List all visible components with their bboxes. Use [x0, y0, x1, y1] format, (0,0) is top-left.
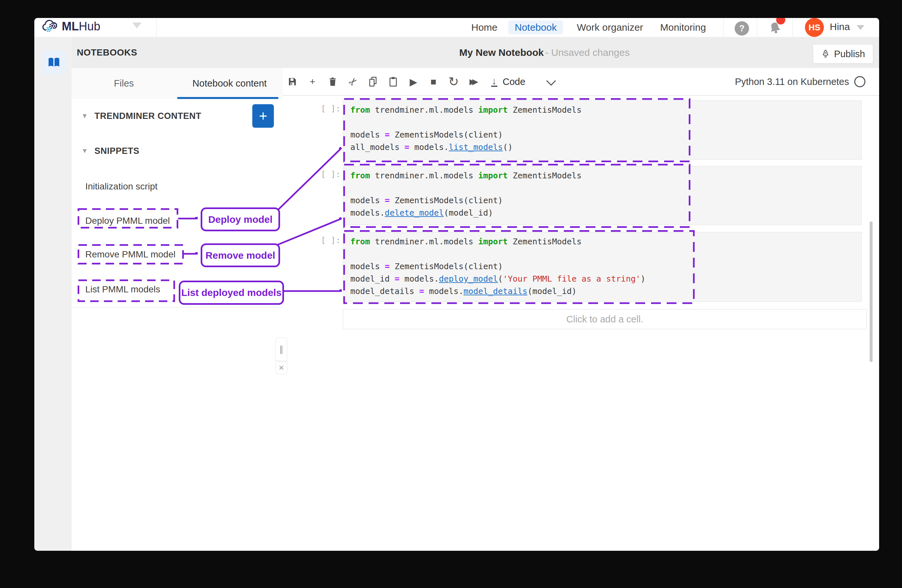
download-button[interactable]: ↓ [485, 68, 503, 95]
divider [757, 18, 757, 37]
add-cell-button[interactable]: + [303, 68, 322, 95]
cell-type-value: Code [503, 77, 525, 87]
section-label: TRENDMINER CONTENT [94, 111, 201, 121]
app-window: MLHub Home Notebook Work organizer Monit… [34, 18, 879, 551]
book-icon [47, 56, 61, 69]
notebook-title-text: My New Notebook [459, 47, 543, 58]
clipboard-icon [388, 77, 398, 87]
panel-title: NOTEBOOKS [77, 37, 137, 68]
snippet-label: Remove PMML model [85, 249, 175, 260]
nav-item-notebook[interactable]: Notebook [508, 20, 563, 34]
code-cell-3[interactable]: from trendminer.ml.models import Zementi… [343, 232, 862, 302]
kernel-name: Python 3.11 on Kubernetes [735, 77, 849, 87]
code-cell-1[interactable]: from trendminer.ml.models import Zementi… [343, 100, 862, 160]
avatar[interactable]: HS [805, 18, 824, 37]
run-cell-button[interactable]: ▶ [404, 68, 423, 95]
save-icon [287, 77, 297, 86]
notebooks-rail-button[interactable] [42, 51, 66, 74]
notebook-status-text: - Unsaved changes [545, 47, 630, 58]
annotation-callout-remove-model: Remove model [200, 243, 280, 267]
code-content: from trendminer.ml.models import Zementi… [343, 232, 861, 297]
scissors-icon: ✂ [345, 74, 360, 89]
notebook-main: + ✂ ▶ [283, 68, 879, 551]
code-content: from trendminer.ml.models import Zementi… [343, 101, 861, 153]
divider [156, 18, 157, 37]
add-cell-placeholder[interactable]: Click to add a cell. [343, 309, 867, 329]
user-name[interactable]: Hina [830, 21, 850, 32]
vertical-scrollbar[interactable] [870, 222, 872, 362]
sidebar-resize-handle[interactable]: ∥ [276, 338, 287, 361]
section-trendminer-content[interactable]: ▾ TRENDMINER CONTENT + [72, 99, 283, 133]
mlhub-logo[interactable]: MLHub [42, 19, 100, 34]
trash-icon [328, 77, 337, 86]
sidebar-close-button[interactable]: × [276, 361, 287, 374]
sidebar-tabs: Files Notebook content [72, 68, 283, 99]
tab-notebook-content[interactable]: Notebook content [176, 68, 283, 99]
notifications-icon[interactable] [766, 19, 785, 38]
collapse-caret-icon[interactable]: ▾ [83, 146, 87, 155]
notebook-title: My New Notebook - Unsaved changes [459, 37, 630, 68]
section-snippets[interactable]: ▾ SNIPPETS [72, 133, 283, 169]
snippet-label: Initialization script [85, 181, 158, 192]
annotation-callout-deploy-model: Deploy model [200, 208, 280, 231]
download-icon: ↓ [491, 77, 497, 87]
copy-icon [368, 77, 378, 87]
notebook-toolbar: + ✂ ▶ [283, 68, 879, 96]
brand-collapse-caret-icon[interactable] [132, 22, 141, 28]
save-button[interactable] [283, 68, 301, 95]
snippet-label: Deploy PMML model [85, 216, 170, 226]
left-rail [34, 37, 72, 551]
nav-item-work-organizer[interactable]: Work organizer [577, 20, 643, 34]
divider [723, 18, 723, 37]
fast-forward-icon: ▶▶ [470, 77, 478, 86]
chevron-down-icon [547, 76, 556, 86]
cut-cells-button[interactable]: ✂ [344, 68, 362, 95]
collapse-caret-icon[interactable]: ▾ [83, 111, 87, 120]
tab-files[interactable]: Files [72, 68, 176, 99]
snippet-label: List PMML models [85, 284, 160, 295]
code-cell-2[interactable]: from trendminer.ml.models import Zementi… [343, 166, 862, 225]
publish-button[interactable]: Publish [813, 44, 873, 64]
cell-prompt: [ ]: [316, 104, 341, 113]
kernel-status-icon [854, 76, 865, 87]
cell-type-dropdown[interactable]: Code [503, 68, 554, 95]
help-icon[interactable]: ? [734, 21, 749, 36]
add-content-button[interactable]: + [252, 104, 274, 128]
brand-text: MLHub [62, 20, 100, 33]
annotation-callout-list-deployed-models: List deployed models [179, 281, 284, 305]
user-menu-caret-icon[interactable] [857, 25, 864, 30]
delete-cell-button[interactable] [324, 68, 342, 95]
kernel-indicator[interactable]: Python 3.11 on Kubernetes [735, 68, 865, 95]
nav-item-home[interactable]: Home [471, 20, 497, 34]
mlhub-logo-icon [42, 19, 58, 34]
fast-forward-button[interactable]: ▶▶ [465, 68, 483, 95]
restart-kernel-button[interactable]: ↻ [445, 68, 463, 95]
cell-prompt: [ ]: [316, 236, 341, 245]
sidebar: Files Notebook content ▾ TRENDMINER CONT… [72, 68, 283, 551]
publish-label: Publish [834, 48, 865, 59]
divider [792, 18, 792, 37]
code-content: from trendminer.ml.models import Zementi… [343, 166, 861, 219]
publish-rocket-icon [821, 49, 830, 58]
top-nav: MLHub Home Notebook Work organizer Monit… [34, 18, 879, 37]
cell-prompt: [ ]: [316, 169, 341, 179]
section-label: SNIPPETS [94, 146, 139, 156]
header-band: NOTEBOOKS My New Notebook - Unsaved chan… [72, 37, 879, 68]
snippet-initialization-script[interactable]: Initialization script [72, 169, 283, 204]
nav-item-monitoring[interactable]: Monitoring [660, 20, 706, 34]
stop-kernel-button[interactable]: ■ [424, 68, 443, 95]
paste-cells-button[interactable] [384, 68, 402, 95]
copy-cells-button[interactable] [364, 68, 382, 95]
